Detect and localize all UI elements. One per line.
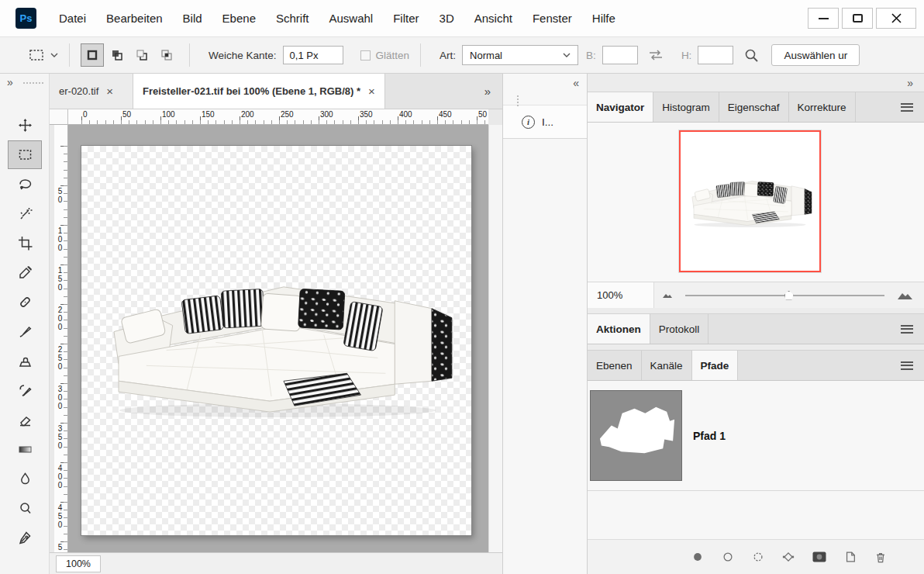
panel-grip[interactable] (517, 95, 519, 106)
document-tab-background[interactable]: er-020.tif × (50, 74, 133, 109)
collapse-column-icon[interactable]: « (503, 74, 587, 92)
minimize-button[interactable] (808, 8, 839, 29)
load-path-as-selection-icon[interactable] (752, 551, 764, 563)
path-list-item[interactable]: Pfad 1 (588, 381, 924, 491)
clone-stamp-tool[interactable] (8, 347, 42, 375)
quick-selection-tool[interactable] (8, 199, 42, 228)
ruler-label: 50 (478, 110, 487, 119)
close-icon[interactable]: × (106, 85, 113, 98)
move-tool[interactable] (8, 111, 42, 140)
document-canvas[interactable] (81, 146, 471, 535)
crop-tool[interactable] (8, 229, 42, 258)
new-selection-button[interactable] (81, 43, 104, 67)
tab-histogramm[interactable]: Histogram (653, 92, 719, 122)
lasso-tool[interactable] (8, 170, 42, 199)
navigator-zoom-field[interactable]: 100% (588, 282, 654, 308)
panel-menu-button[interactable] (890, 314, 924, 344)
zoom-out-icon[interactable] (662, 292, 673, 299)
info-icon: i (522, 116, 535, 129)
new-selection-icon (86, 49, 98, 61)
sofa-image (92, 264, 463, 422)
new-path-icon[interactable] (844, 551, 857, 563)
feather-input[interactable]: 0,1 Px (283, 46, 343, 64)
menu-ansicht[interactable]: Ansicht (464, 12, 522, 25)
blur-tool[interactable] (8, 465, 42, 493)
info-panel-button[interactable]: i I... (503, 105, 587, 139)
canvas-viewport[interactable] (68, 125, 488, 552)
subtract-selection-icon (136, 49, 148, 61)
gradient-tool[interactable] (8, 435, 42, 464)
tab-eigenschaften[interactable]: Eigenschaf (719, 92, 789, 122)
fill-path-icon[interactable] (691, 551, 704, 563)
antialias-option: Glätten (360, 50, 410, 61)
style-select[interactable]: Normal (462, 45, 578, 65)
menu-filter[interactable]: Filter (383, 12, 429, 25)
select-and-mask-button[interactable]: Auswählen ur (771, 44, 860, 66)
menu-hilfe[interactable]: Hilfe (582, 12, 626, 25)
brush-tool[interactable] (8, 317, 42, 346)
menubar: Ps Datei Bearbeiten Bild Ebene Schrift A… (0, 0, 924, 37)
eraser-tool[interactable] (8, 406, 42, 434)
slider-thumb[interactable] (784, 291, 794, 300)
height-input[interactable] (698, 46, 733, 64)
history-brush-tool[interactable] (8, 376, 42, 405)
tab-aktionen[interactable]: Aktionen (588, 314, 650, 344)
menu-bearbeiten[interactable]: Bearbeiten (96, 12, 173, 25)
close-icon[interactable]: × (368, 85, 375, 98)
width-label: B: (586, 50, 596, 61)
bandaid-icon (18, 295, 33, 309)
path-thumbnail[interactable] (590, 390, 682, 481)
add-to-selection-button[interactable] (105, 43, 129, 67)
collapse-dock-icon[interactable]: » (588, 74, 924, 92)
tool-preset-dropdown[interactable] (28, 48, 58, 62)
ruler-label: 200 (241, 110, 254, 119)
navigator-proxy-view[interactable] (679, 130, 821, 272)
dodge-tool[interactable] (8, 494, 42, 523)
tab-kanaele[interactable]: Kanäle (642, 351, 692, 380)
width-input[interactable] (602, 46, 638, 64)
zoom-in-icon[interactable] (897, 290, 913, 300)
healing-brush-tool[interactable] (8, 288, 42, 316)
eyedropper-tool[interactable] (8, 258, 42, 287)
panel-menu-button[interactable] (890, 92, 924, 122)
subtract-from-selection-button[interactable] (130, 43, 153, 67)
tab-pfade[interactable]: Pfade (692, 351, 739, 380)
info-panel-label: I... (542, 116, 553, 128)
menu-ebene[interactable]: Ebene (212, 12, 266, 25)
panel-menu-button[interactable] (890, 351, 924, 380)
tab-navigator[interactable]: Navigator (588, 92, 653, 122)
document-tab-active[interactable]: Freisteller-021.tif bei 100% (Ebene 1, R… (133, 74, 385, 109)
antialias-checkbox[interactable] (360, 50, 371, 61)
tab-ebenen[interactable]: Ebenen (588, 351, 642, 380)
tools-grip[interactable] (23, 82, 43, 84)
search-icon[interactable] (744, 48, 759, 63)
menu-auswahl[interactable]: Auswahl (319, 12, 384, 25)
stroke-path-icon[interactable] (722, 551, 734, 563)
zoom-level-field[interactable]: 100% (56, 555, 101, 572)
menu-fenster[interactable]: Fenster (522, 12, 582, 25)
add-mask-icon[interactable] (812, 552, 826, 562)
menu-3d[interactable]: 3D (429, 12, 464, 25)
maximize-button[interactable] (842, 8, 873, 29)
intersect-selection-button[interactable] (155, 43, 178, 67)
menu-schrift[interactable]: Schrift (266, 12, 319, 25)
expand-tools-icon[interactable]: » (7, 76, 13, 88)
tab-protokoll[interactable]: Protokoll (650, 314, 709, 344)
panel-dock: » Navigator Histogram Eigenschaf Korrekt… (588, 74, 924, 574)
vertical-scrollbar[interactable] (488, 125, 502, 552)
pen-tool[interactable] (8, 524, 42, 552)
tab-title: Freisteller-021.tif bei 100% (Ebene 1, R… (143, 85, 360, 97)
add-selection-icon (111, 49, 123, 61)
delete-path-icon[interactable] (874, 551, 887, 563)
navigator-zoom-slider[interactable] (685, 295, 884, 296)
make-work-path-icon[interactable] (782, 551, 795, 563)
tab-overflow-icon[interactable]: » (473, 74, 502, 109)
tab-korrekturen[interactable]: Korrekture (789, 92, 856, 122)
swap-dimensions-icon[interactable] (647, 49, 664, 61)
menu-datei[interactable]: Datei (49, 12, 96, 25)
ruler-label: 350 (56, 424, 64, 450)
rectangular-marquee-tool[interactable] (8, 140, 42, 169)
history-brush-icon (18, 383, 33, 398)
menu-bild[interactable]: Bild (173, 12, 212, 25)
close-button[interactable] (876, 8, 916, 29)
